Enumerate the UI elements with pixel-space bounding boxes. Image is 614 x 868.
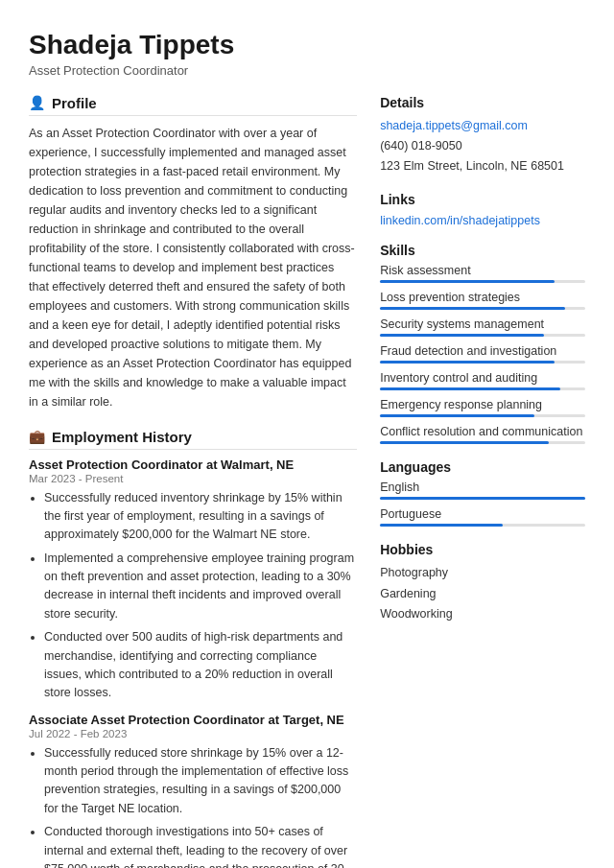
skill-item: Security systems management <box>380 317 585 337</box>
job-1-bullets: Successfully reduced inventory shrinkage… <box>29 489 357 703</box>
skills-list: Risk assessment Loss prevention strategi… <box>380 264 585 444</box>
job-2-title: Associate Asset Protection Coordinator a… <box>29 713 357 727</box>
skill-bar-bg <box>380 414 585 417</box>
skill-bar-bg <box>380 387 585 390</box>
skill-bar-fill <box>380 414 533 417</box>
languages-list: English Portuguese <box>380 481 585 527</box>
skill-name: Fraud detection and investigation <box>380 344 585 358</box>
languages-section: Languages English Portuguese <box>380 459 585 527</box>
links-section: Links linkedin.com/in/shadejatippets <box>380 192 585 227</box>
hobby-item: Gardening <box>380 584 585 604</box>
skill-bar-bg <box>380 334 585 337</box>
skill-bar-fill <box>380 361 555 364</box>
right-column: Details shadeja.tippets@gmail.com (640) … <box>380 95 585 868</box>
skills-section: Skills Risk assessment Loss prevention s… <box>380 243 585 444</box>
employment-section: 💼 Employment History Asset Protection Co… <box>29 429 357 868</box>
job-1: Asset Protection Coordinator at Walmart,… <box>29 457 357 703</box>
language-name: Portuguese <box>380 507 585 521</box>
job-1-bullet-1: Successfully reduced inventory shrinkage… <box>44 489 357 545</box>
skill-name: Security systems management <box>380 317 585 331</box>
address-text: 123 Elm Street, Lincoln, NE 68501 <box>380 159 564 173</box>
skill-bar-bg <box>380 307 585 310</box>
language-bar-fill <box>380 497 585 500</box>
skill-bar-fill <box>380 334 544 337</box>
profile-section-title: 👤 Profile <box>29 95 357 116</box>
links-title: Links <box>380 192 585 207</box>
skill-name: Conflict resolution and communication <box>380 425 585 438</box>
job-2: Associate Asset Protection Coordinator a… <box>29 713 357 868</box>
skill-name: Loss prevention strategies <box>380 291 585 304</box>
language-bar-bg <box>380 497 585 500</box>
skill-name: Inventory control and auditing <box>380 371 585 385</box>
skills-title: Skills <box>380 243 585 258</box>
skill-bar-fill <box>380 280 555 283</box>
hobby-item: Photography <box>380 563 585 583</box>
employment-icon: 💼 <box>29 429 45 444</box>
job-1-date: Mar 2023 - Present <box>29 473 357 484</box>
skill-bar-fill <box>380 441 548 444</box>
job-1-title: Asset Protection Coordinator at Walmart,… <box>29 457 357 472</box>
language-bar-fill <box>380 524 503 527</box>
skill-bar-fill <box>380 387 560 390</box>
candidate-name: Shadeja Tippets <box>29 29 585 61</box>
skill-bar-bg <box>380 280 585 283</box>
resume-header: Shadeja Tippets Asset Protection Coordin… <box>29 29 585 78</box>
hobbies-title: Hobbies <box>380 542 585 557</box>
hobby-item: Woodworking <box>380 604 585 624</box>
job-1-bullet-2: Implemented a comprehensive employee tra… <box>44 550 357 624</box>
skill-bar-bg <box>380 441 585 444</box>
details-title: Details <box>380 95 585 110</box>
skill-bar-bg <box>380 361 585 364</box>
job-1-bullet-3: Conducted over 500 audits of high-risk d… <box>44 628 357 703</box>
skill-item: Emergency response planning <box>380 398 585 417</box>
profile-icon: 👤 <box>29 95 45 110</box>
job-2-bullet-2: Conducted thorough investigations into 5… <box>44 823 357 868</box>
linkedin-link[interactable]: linkedin.com/in/shadejatippets <box>380 214 540 227</box>
left-column: 👤 Profile As an Asset Protection Coordin… <box>29 95 357 868</box>
job-2-date: Jul 2022 - Feb 2023 <box>29 728 357 739</box>
language-bar-bg <box>380 524 585 527</box>
employment-section-title: 💼 Employment History <box>29 429 357 450</box>
details-section: Details shadeja.tippets@gmail.com (640) … <box>380 95 585 177</box>
language-name: English <box>380 481 585 494</box>
skill-item: Conflict resolution and communication <box>380 425 585 444</box>
hobbies-list: PhotographyGardeningWoodworking <box>380 563 585 624</box>
skill-bar-fill <box>380 307 564 310</box>
candidate-title: Asset Protection Coordinator <box>29 63 585 78</box>
skill-item: Fraud detection and investigation <box>380 344 585 364</box>
email-link[interactable]: shadeja.tippets@gmail.com <box>380 119 528 132</box>
language-item: Portuguese <box>380 507 585 527</box>
skill-item: Inventory control and auditing <box>380 371 585 390</box>
job-2-bullets: Successfully reduced store shrinkage by … <box>29 744 357 868</box>
profile-section: 👤 Profile As an Asset Protection Coordin… <box>29 95 357 411</box>
skill-name: Risk assessment <box>380 264 585 277</box>
languages-title: Languages <box>380 459 585 475</box>
job-2-bullet-1: Successfully reduced store shrinkage by … <box>44 744 357 819</box>
language-item: English <box>380 481 585 500</box>
skill-item: Loss prevention strategies <box>380 291 585 310</box>
hobbies-section: Hobbies PhotographyGardeningWoodworking <box>380 542 585 624</box>
skill-item: Risk assessment <box>380 264 585 283</box>
phone-text: (640) 018-9050 <box>380 139 461 152</box>
skill-name: Emergency response planning <box>380 398 585 411</box>
profile-text: As an Asset Protection Coordinator with … <box>29 124 357 411</box>
